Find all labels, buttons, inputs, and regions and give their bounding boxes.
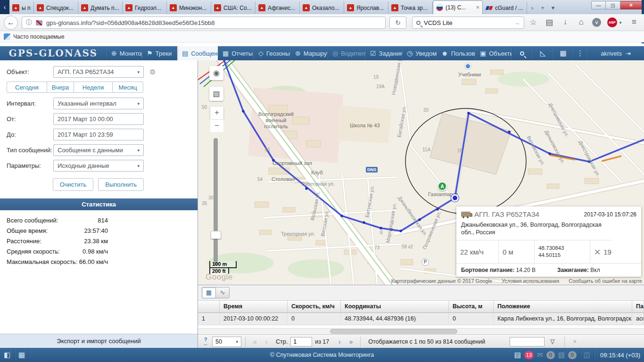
window-close-button[interactable]: × <box>620 1 642 9</box>
map-area[interactable]: Учебники Школа № 43 Волгоградский военны… <box>198 60 644 285</box>
browser-tab[interactable]: Гидроэл... × <box>123 1 167 14</box>
browser-tab[interactable]: Спецдок... × <box>34 1 78 14</box>
table-cell[interactable]: асс <box>632 313 644 325</box>
url-bar[interactable]: ⓘ <box>22 16 386 29</box>
nav-item[interactable]: ◎ Водители <box>328 46 365 60</box>
browser-tab[interactable]: ы по... × <box>9 1 34 14</box>
mail-icon[interactable]: ✉ <box>537 351 543 359</box>
browser-tab[interactable]: Оказало... × <box>300 1 344 14</box>
map-layers-icon[interactable]: ▧ <box>209 87 223 101</box>
browser-tab[interactable]: (13) С... × <box>433 0 483 14</box>
next-page-button[interactable]: › <box>334 338 345 346</box>
to-date-input[interactable] <box>53 129 144 140</box>
search-input[interactable] <box>424 19 511 26</box>
column-header[interactable]: Координаты <box>341 301 449 313</box>
page-number-input[interactable] <box>290 337 312 346</box>
first-page-button[interactable]: « <box>249 338 261 346</box>
track-start-marker[interactable]: А <box>438 181 447 191</box>
column-header[interactable]: Положение <box>494 301 632 313</box>
horizontal-scrollbar[interactable] <box>198 328 644 334</box>
column-header[interactable]: Высота, м <box>449 301 494 313</box>
page-size-select[interactable]: 50 ▾ <box>212 337 241 347</box>
nav-item[interactable]: ▦ Отчеты <box>218 46 254 60</box>
column-header[interactable]: Скорость, км/ч <box>288 301 341 313</box>
filter-clear-icon[interactable]: × <box>573 338 577 345</box>
export-import-button[interactable]: Экспорт и импорт сообщений <box>0 334 198 348</box>
nav-ruler-button[interactable]: ◺ <box>532 46 553 60</box>
message-type-select[interactable]: Сообщения с данными ▾ <box>53 144 144 156</box>
table-cell[interactable]: 0 <box>288 313 341 325</box>
back-button[interactable]: ← <box>4 16 18 30</box>
browser-tab[interactable]: Ярослав... × <box>344 1 388 14</box>
browser-tab[interactable]: cGuard / ... × <box>483 1 527 14</box>
url-input[interactable] <box>46 19 381 26</box>
user-menu[interactable]: akrivets ⇥ <box>587 46 644 60</box>
browser-tab[interactable]: Думать п... × <box>78 1 123 14</box>
nav-item[interactable]: ⊕ Мониторинг <box>107 46 142 60</box>
tab-list-button[interactable]: ▾ <box>548 1 558 14</box>
prev-page-button[interactable]: ‹ <box>261 338 272 346</box>
range-button[interactable]: Месяц <box>112 82 143 93</box>
scrollbar-thumb[interactable] <box>330 329 457 334</box>
range-button[interactable]: Неделя <box>74 82 113 93</box>
plugin-blocked-icon[interactable] <box>36 20 42 25</box>
messages-notification-icon[interactable]: ▤ <box>514 351 521 359</box>
menu-icon[interactable]: ≡ <box>628 17 640 27</box>
nav-item[interactable]: ▤ Сообщения <box>177 46 218 60</box>
visibility-icon[interactable]: ◉ <box>209 66 223 80</box>
downloads-icon[interactable]: ↓ <box>559 17 571 27</box>
terms-link[interactable]: Условия использования <box>502 278 559 284</box>
object-select[interactable]: АГП. ГАЗ Р652ТА34 ▾ <box>53 66 144 78</box>
zoom-out-button[interactable]: − <box>210 119 223 132</box>
reading-list-icon[interactable]: ▤ <box>543 17 555 27</box>
new-tab-button[interactable]: + <box>537 1 548 14</box>
zoom-slider-handle[interactable] <box>211 231 221 239</box>
site-info-icon[interactable]: ⓘ <box>26 18 32 27</box>
wrench-icon[interactable]: ⚙ <box>149 68 156 76</box>
column-header[interactable]: Время <box>220 301 288 313</box>
search-bar[interactable]: → <box>412 16 524 29</box>
range-button[interactable]: Сегодня <box>7 82 47 93</box>
table-cell[interactable]: 1 <box>198 313 220 325</box>
home-icon[interactable]: ⌂ <box>575 17 587 27</box>
column-header[interactable] <box>198 301 220 313</box>
interval-select[interactable]: Указанный интервал ▾ <box>53 98 144 109</box>
nav-item[interactable]: ⚑ Треки <box>142 46 177 60</box>
panel-layout-icon[interactable]: ◫ <box>584 351 590 359</box>
window-restore-button[interactable]: ◳ <box>606 1 620 9</box>
params-select[interactable]: Исходные данные ▾ <box>53 160 144 172</box>
adblock-caret-icon[interactable]: ▾ <box>618 20 623 25</box>
grid-toggle-icon[interactable]: ▦ <box>15 349 29 361</box>
nav-item[interactable]: ☑ Задания <box>365 46 402 60</box>
nav-item[interactable]: ⊚ Маршруты <box>290 46 328 60</box>
bookmark-item[interactable]: Часто посещаемые <box>13 33 65 40</box>
clear-button[interactable]: Очистить <box>53 178 94 191</box>
nav-item[interactable]: ◷ Уведомления <box>402 46 437 60</box>
logout-icon[interactable]: ⇥ <box>626 50 631 57</box>
search-go-icon[interactable]: → <box>514 19 520 26</box>
execute-button[interactable]: Выполнить <box>98 178 144 191</box>
last-page-button[interactable]: » <box>345 338 356 346</box>
nav-item[interactable]: ☻ Пользователи <box>437 46 475 60</box>
column-header[interactable]: Пар <box>632 301 644 313</box>
nav-item[interactable]: ▣ Объекты <box>475 46 512 60</box>
filter-input[interactable] <box>510 337 545 346</box>
images-icon[interactable]: ▨ <box>558 351 565 359</box>
grid-view-button[interactable]: ▦ <box>202 287 216 298</box>
nav-search-button[interactable] <box>512 46 532 60</box>
n​av-apps-button[interactable]: ▦ <box>553 46 573 60</box>
table-cell[interactable]: 0 <box>449 313 494 325</box>
adblock-icon[interactable]: ABP <box>607 17 617 27</box>
sidebar-toggle-icon[interactable]: ◧ <box>0 349 14 361</box>
chart-view-button[interactable]: ∿ <box>215 287 230 298</box>
tab-close-icon[interactable]: × <box>476 5 479 10</box>
nav-item[interactable]: ◇ Геозоны <box>254 46 290 60</box>
help-icon[interactable]: ?↔ <box>201 337 210 346</box>
tab-scroll-left-button[interactable]: ‹ <box>0 0 9 14</box>
bookmark-star-icon[interactable]: ☆ <box>527 17 539 27</box>
browser-tab[interactable]: Точка зр... × <box>388 1 433 14</box>
browser-tab[interactable]: США: Со... × <box>211 1 256 14</box>
nav-more-button[interactable]: ⋮ <box>573 46 587 60</box>
table-cell[interactable]: Карла Либкнехта ул., 16, Волгоград, Волг… <box>494 313 632 325</box>
filter-funnel-icon[interactable]: ∇ <box>550 338 554 346</box>
